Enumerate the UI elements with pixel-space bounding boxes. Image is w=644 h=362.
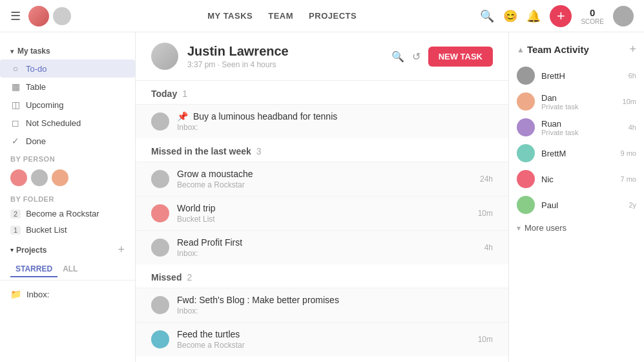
sidebar: ▾ My tasks ○ To-do ▦ Table ◫ Upcoming ◻ … [0,32,136,362]
tab-all[interactable]: ALL [57,262,83,277]
tab-starred[interactable]: STARRED [10,262,57,277]
task-time: 10m [478,209,493,218]
task-row[interactable]: Read Profit First Inbox: 4h [136,230,508,264]
projects-header: ▾ Projects + [0,238,135,259]
activity-info: Ruan Private task [541,119,622,136]
person-avatar-1[interactable] [10,169,27,186]
search-icon[interactable]: 🔍 [480,9,494,23]
table-icon: ▦ [10,81,21,92]
missed-title: Missed [151,272,182,282]
refresh-button[interactable]: ↺ [412,50,421,63]
missed-week-title: Missed in the last week [151,146,251,156]
bell-icon[interactable]: 🔔 [526,9,541,23]
activity-sub: Private task [541,103,616,111]
sidebar-item-upcoming-label: Upcoming [26,100,64,110]
user-info: Justin Lawrence 3:37 pm · Seen in 4 hour… [187,44,382,69]
by-person-label: BY PERSON [0,150,135,165]
sidebar-item-todo-label: To-do [26,64,47,74]
task-avatar [151,296,169,314]
today-section-header: Today 1 [136,81,508,104]
missed-header: Missed 2 [136,264,508,288]
activity-name: Ruan [541,119,622,129]
pin-icon: 📌 [177,111,188,122]
task-avatar [151,204,169,222]
project-inbox-label: Inbox: [26,290,49,299]
activity-time: 7 mo [621,175,636,183]
activity-name: BrettM [541,149,614,158]
main-content: Justin Lawrence 3:37 pm · Seen in 4 hour… [136,32,508,362]
sidebar-item-table[interactable]: ▦ Table [0,78,135,96]
hamburger-icon[interactable]: ☰ [10,9,21,23]
task-avatar [151,239,169,257]
nav-projects[interactable]: PROJECTS [309,11,357,21]
missed-week-section: Missed in the last week 3 Grow a moustac… [136,138,508,264]
activity-avatar [517,170,535,188]
activity-avatar [517,118,535,136]
search-tasks-button[interactable]: 🔍 [391,50,404,63]
missed-section: Missed 2 Fwd: Seth's Blog : Make better … [136,264,508,356]
activity-item-paul[interactable]: Paul 2y [509,192,644,218]
activity-item-dan[interactable]: Dan Private task 10m [509,89,644,114]
folder-item-2[interactable]: 1 Bucket List [0,222,135,238]
activity-name: Paul [541,200,622,210]
panel-collapse-icon[interactable]: ▲ [517,45,525,54]
by-folder-label: BY FOLDER [0,190,135,206]
sidebar-item-upcoming[interactable]: ◫ Upcoming [0,96,135,114]
activity-info: BrettM [541,149,614,158]
task-row[interactable]: Grow a moustache Become a Rockstar 24h [136,162,508,196]
task-sub: Inbox: [177,249,477,258]
today-title: Today [151,89,177,99]
smiley-icon[interactable]: 😊 [503,9,517,23]
task-avatar [151,330,169,348]
activity-avatar [517,92,535,111]
projects-collapse-icon[interactable]: ▾ [10,246,14,253]
org-selector[interactable] [28,6,71,27]
activity-avatar [517,67,535,85]
user-avatar[interactable] [613,6,634,27]
nav-my-tasks[interactable]: MY TASKS [207,11,253,21]
sidebar-item-not-scheduled[interactable]: ◻ Not Scheduled [0,114,135,132]
activity-avatar [517,144,535,162]
task-name: World trip [177,203,470,213]
add-task-button[interactable]: + [550,5,572,27]
task-row[interactable]: World trip Bucket List 10m [136,196,508,230]
my-tasks-collapse[interactable]: ▾ My tasks [0,43,135,59]
task-row[interactable]: 📌 Buy a luminous headband for tennis Inb… [136,104,508,138]
task-sub: Become a Rockstar [177,180,472,189]
task-info: Fwd: Seth's Blog : Make better promises … [177,295,485,315]
sidebar-item-done[interactable]: ✓ Done [0,132,135,150]
nav-right: 🔍 😊 🔔 + 0 SCORE [480,5,634,27]
inbox-folder-icon: 📁 [10,289,21,299]
more-users-item[interactable]: ▾ More users [509,218,644,238]
projects-label: Projects [16,246,118,255]
folder-count-1: 2 [10,209,21,218]
folder-item-1[interactable]: 2 Become a Rockstar [0,206,135,222]
task-avatar [151,112,169,131]
person-avatar-3[interactable] [52,169,68,186]
today-section: Today 1 📌 Buy a luminous headband for te… [136,81,508,138]
activity-item-bretth[interactable]: BrettH 6h [509,63,644,89]
activity-item-brettm[interactable]: BrettM 9 mo [509,140,644,166]
activity-info: BrettH [541,71,622,81]
activity-item-ruan[interactable]: Ruan Private task 4h [509,114,644,140]
today-count: 1 [182,89,187,99]
new-task-button[interactable]: NEW TASK [428,47,493,67]
panel-add-button[interactable]: + [629,43,636,56]
task-row[interactable]: Fwd: Seth's Blog : Make better promises … [136,288,508,322]
done-icon: ✓ [10,136,21,146]
sidebar-item-todo[interactable]: ○ To-do [0,59,135,78]
activity-item-nic[interactable]: Nic 7 mo [509,166,644,192]
person-avatar-2[interactable] [31,169,48,186]
activity-time: 9 mo [621,149,636,157]
folder-name-2: Bucket List [26,225,67,235]
task-row[interactable]: Feed the turtles Become a Rockstar 10m [136,322,508,356]
project-inbox[interactable]: 📁 Inbox: [0,286,135,303]
projects-add-button[interactable]: + [118,243,125,257]
task-name: 📌 Buy a luminous headband for tennis [177,111,485,122]
main-layout: ▾ My tasks ○ To-do ▦ Table ◫ Upcoming ◻ … [0,32,644,362]
score-display: 0 SCORE [581,7,604,25]
task-name: Read Profit First [177,237,477,248]
activity-name: BrettH [541,71,622,81]
more-users-chevron-icon: ▾ [517,224,521,233]
nav-team[interactable]: TEAM [268,11,293,21]
